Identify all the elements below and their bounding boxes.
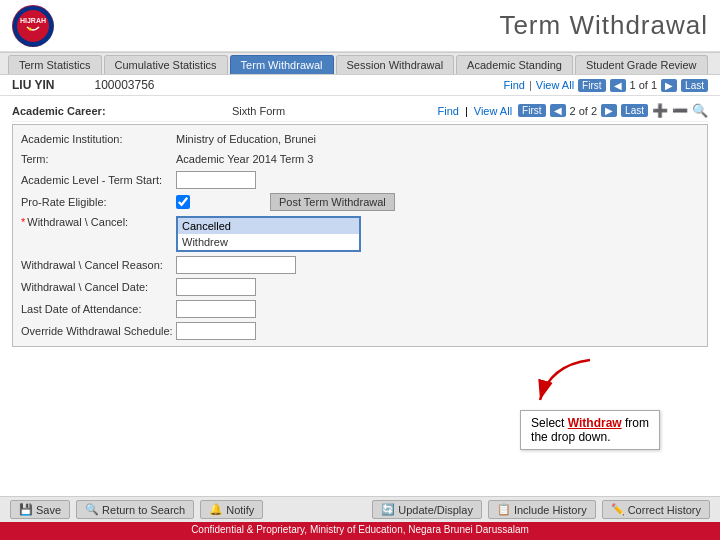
withdrawal-cancel-label: Withdrawal \ Cancel: bbox=[21, 216, 176, 228]
withdrawal-cancel-dropdown[interactable]: Cancelled Withdrew bbox=[176, 216, 361, 252]
include-history-button[interactable]: 📋 Include History bbox=[488, 500, 596, 519]
last-attendance-row: Last Date of Attendance: bbox=[21, 298, 699, 320]
tab-term-statistics[interactable]: Term Statistics bbox=[8, 55, 102, 74]
career-label: Academic Career: bbox=[12, 105, 152, 117]
post-term-btn[interactable]: Post Term Withdrawal bbox=[270, 193, 395, 211]
student-name: LIU YIN bbox=[12, 78, 54, 92]
pro-rate-checkbox[interactable] bbox=[176, 195, 190, 209]
footer-text: Confidential & Proprietary, Ministry of … bbox=[191, 524, 529, 535]
career-first-btn[interactable]: First bbox=[518, 104, 545, 117]
find-link[interactable]: Find bbox=[504, 79, 525, 91]
update-icon: 🔄 bbox=[381, 503, 395, 516]
logo-area: HIJRAH bbox=[12, 5, 60, 47]
last-attendance-input[interactable] bbox=[176, 300, 256, 318]
term-row: Term: Academic Year 2014 Term 3 bbox=[21, 149, 699, 169]
notify-button[interactable]: 🔔 Notify bbox=[200, 500, 263, 519]
page-info: 1 of 1 bbox=[630, 79, 658, 91]
annotation-text: Select Withdraw from the drop down. bbox=[520, 410, 660, 450]
career-prev-btn[interactable]: ◀ bbox=[550, 104, 566, 117]
withdrawal-reason-input[interactable] bbox=[176, 256, 296, 274]
dropdown-option-withdrew[interactable]: Withdrew bbox=[178, 234, 359, 250]
form-section: Academic Institution: Ministry of Educat… bbox=[12, 124, 708, 347]
student-bar: LIU YIN 100003756 Find | View All First … bbox=[0, 75, 720, 96]
term-label: Term: bbox=[21, 153, 176, 165]
toolbar-left: 💾 Save 🔍 Return to Search 🔔 Notify bbox=[10, 500, 263, 519]
student-id: 100003756 bbox=[94, 78, 154, 92]
header: HIJRAH Term Withdrawal bbox=[0, 0, 720, 52]
svg-point-1 bbox=[17, 10, 49, 42]
svg-point-3 bbox=[29, 27, 32, 30]
prev-btn[interactable]: ◀ bbox=[610, 79, 626, 92]
tab-student-grade-review[interactable]: Student Grade Review bbox=[575, 55, 708, 74]
tab-academic-standing[interactable]: Academic Standing bbox=[456, 55, 573, 74]
toolbar-right: 🔄 Update/Display 📋 Include History ✏️ Co… bbox=[372, 500, 710, 519]
academic-level-label: Academic Level - Term Start: bbox=[21, 174, 176, 186]
svg-text:HIJRAH: HIJRAH bbox=[20, 17, 46, 24]
notify-icon: 🔔 bbox=[209, 503, 223, 516]
page-title: Term Withdrawal bbox=[499, 10, 708, 41]
career-value: Sixth Form bbox=[232, 105, 285, 117]
career-view-all[interactable]: View All bbox=[474, 105, 512, 117]
career-nav: Find | View All First ◀ 2 of 2 ▶ Last ➕ … bbox=[438, 103, 708, 118]
student-nav-controls: Find | View All First ◀ 1 of 1 ▶ Last bbox=[504, 79, 708, 92]
red-arrow-icon bbox=[530, 355, 600, 410]
nav-tabs: Term Statistics Cumulative Statistics Te… bbox=[0, 52, 720, 75]
last-btn[interactable]: Last bbox=[681, 79, 708, 92]
pro-rate-row: Pro-Rate Eligible: Post Term Withdrawal bbox=[21, 191, 699, 213]
icon-view[interactable]: 🔍 bbox=[692, 103, 708, 118]
return-icon: 🔍 bbox=[85, 503, 99, 516]
tab-term-withdrawal[interactable]: Term Withdrawal bbox=[230, 55, 334, 74]
career-page-info: 2 of 2 bbox=[570, 105, 598, 117]
last-attendance-label: Last Date of Attendance: bbox=[21, 303, 176, 315]
tab-session-withdrawal[interactable]: Session Withdrawal bbox=[336, 55, 455, 74]
term-value: Academic Year 2014 Term 3 bbox=[176, 153, 313, 165]
withdrawal-date-label: Withdrawal \ Cancel Date: bbox=[21, 281, 176, 293]
withdrawal-reason-row: Withdrawal \ Cancel Reason: bbox=[21, 254, 699, 276]
view-all-link[interactable]: View All bbox=[536, 79, 574, 91]
withdrawal-cancel-row: Withdrawal \ Cancel: Cancelled Withdrew bbox=[21, 213, 699, 254]
career-next-btn[interactable]: ▶ bbox=[601, 104, 617, 117]
academic-level-row: Academic Level - Term Start: bbox=[21, 169, 699, 191]
history-icon: 📋 bbox=[497, 503, 511, 516]
withdrawal-date-row: Withdrawal \ Cancel Date: bbox=[21, 276, 699, 298]
update-display-button[interactable]: 🔄 Update/Display bbox=[372, 500, 482, 519]
pro-rate-label: Pro-Rate Eligible: bbox=[21, 196, 176, 208]
icon-remove[interactable]: ➖ bbox=[672, 103, 688, 118]
withdrawal-date-input[interactable] bbox=[176, 278, 256, 296]
career-find[interactable]: Find bbox=[438, 105, 459, 117]
correct-history-button[interactable]: ✏️ Correct History bbox=[602, 500, 710, 519]
save-icon: 💾 bbox=[19, 503, 33, 516]
institution-row: Academic Institution: Ministry of Educat… bbox=[21, 129, 699, 149]
dropdown-option-cancelled[interactable]: Cancelled bbox=[178, 218, 359, 234]
correct-icon: ✏️ bbox=[611, 503, 625, 516]
institution-label: Academic Institution: bbox=[21, 133, 176, 145]
bottom-toolbar: 💾 Save 🔍 Return to Search 🔔 Notify 🔄 Upd… bbox=[0, 496, 720, 522]
first-btn[interactable]: First bbox=[578, 79, 605, 92]
tab-cumulative-statistics[interactable]: Cumulative Statistics bbox=[104, 55, 228, 74]
override-label: Override Withdrawal Schedule: bbox=[21, 325, 176, 337]
footer: Confidential & Proprietary, Ministry of … bbox=[0, 522, 720, 540]
override-input[interactable] bbox=[176, 322, 256, 340]
career-last-btn[interactable]: Last bbox=[621, 104, 648, 117]
return-to-search-button[interactable]: 🔍 Return to Search bbox=[76, 500, 194, 519]
annotation-highlighted: Withdraw bbox=[568, 416, 622, 430]
withdrawal-reason-label: Withdrawal \ Cancel Reason: bbox=[21, 259, 176, 271]
save-button[interactable]: 💾 Save bbox=[10, 500, 70, 519]
next-btn[interactable]: ▶ bbox=[661, 79, 677, 92]
override-row: Override Withdrawal Schedule: bbox=[21, 320, 699, 342]
logo-icon: HIJRAH bbox=[12, 5, 54, 47]
career-row: Academic Career: Sixth Form Find | View … bbox=[12, 100, 708, 122]
icon-add[interactable]: ➕ bbox=[652, 103, 668, 118]
academic-level-input[interactable] bbox=[176, 171, 256, 189]
annotation: Select Withdraw from the drop down. bbox=[520, 410, 660, 450]
content-area: Academic Career: Sixth Form Find | View … bbox=[0, 96, 720, 351]
institution-value: Ministry of Education, Brunei bbox=[176, 133, 316, 145]
